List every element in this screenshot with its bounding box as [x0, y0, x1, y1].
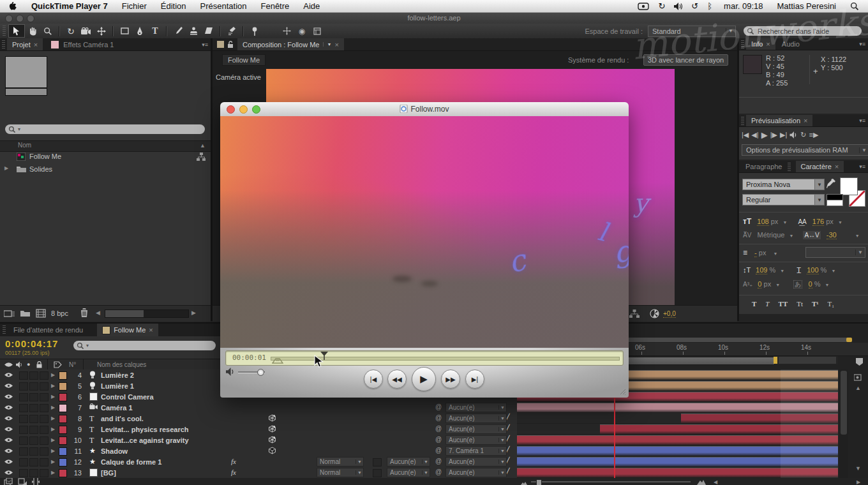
parent-pickwhip-icon[interactable]: @ [435, 403, 442, 410]
horizontal-scale-value[interactable]: 100 [807, 266, 818, 274]
view-axis-mode-icon[interactable] [310, 25, 325, 37]
default-stroke-icon[interactable] [827, 200, 843, 206]
tab-paragraphe[interactable]: Paragraphe [745, 163, 782, 170]
eyedropper-icon[interactable] [827, 179, 835, 188]
brush-tool[interactable] [170, 25, 186, 37]
fill-color-swatch[interactable] [840, 177, 858, 195]
tab-caractere[interactable]: Caractère× [796, 161, 844, 172]
layer-name[interactable]: Levitat...ce against gravity [101, 436, 189, 444]
lock-cell[interactable] [40, 371, 49, 380]
qt-volume-icon[interactable] [226, 368, 235, 376]
parent-pickwhip-icon[interactable]: @ [435, 414, 442, 421]
audio-cell[interactable] [19, 426, 28, 434]
lock-column-header-icon[interactable] [36, 361, 42, 368]
expand-in-out-icon[interactable] [32, 478, 40, 485]
audio-cell[interactable] [19, 458, 28, 466]
3d-layer-switch[interactable] [268, 414, 276, 422]
solo-cell[interactable] [29, 469, 38, 477]
layer-name[interactable]: [BG] [101, 469, 116, 477]
layer-label-swatch[interactable] [59, 404, 67, 412]
stroke-style-dropdown[interactable]: ▼ [805, 247, 865, 258]
tsume-value[interactable]: 0 [809, 280, 812, 288]
lock-cell[interactable] [40, 426, 49, 434]
layer-expand-icon[interactable]: ▶ [51, 448, 55, 454]
project-hscrollbar[interactable] [105, 310, 189, 318]
local-axis-mode-icon[interactable] [279, 25, 294, 37]
3d-layer-switch[interactable] [268, 425, 276, 433]
all-caps-button[interactable]: TT [778, 300, 788, 308]
layer-name[interactable]: Lumière 2 [101, 371, 134, 379]
layer-visibility-eye-icon[interactable] [4, 415, 13, 421]
sync-icon[interactable]: ↻ [658, 1, 665, 11]
qt-forward-button[interactable]: ▶▶ [441, 369, 460, 389]
quicktime-window[interactable]: Follow.mov clgfaita 00:00:01 |◀ ◀◀ ▶ ▶▶ … [220, 102, 629, 398]
subscript-button[interactable]: T₁ [828, 300, 835, 308]
workspace-dropdown[interactable]: Standard▼ [648, 26, 736, 37]
parent-dropdown[interactable]: Aucun(e)▼ [445, 424, 507, 434]
menu-aide[interactable]: Aide [303, 1, 320, 11]
layer-label-swatch[interactable] [59, 393, 67, 401]
pen-tool[interactable] [132, 25, 147, 37]
solo-cell[interactable] [29, 426, 38, 434]
parent-pickwhip-icon[interactable]: @ [435, 468, 442, 475]
layer-expand-icon[interactable]: ▶ [51, 470, 55, 475]
solo-cell[interactable] [29, 458, 38, 466]
unlock-icon[interactable] [227, 41, 234, 48]
zoom-in-mountain-icon[interactable] [697, 478, 706, 485]
parent-pickwhip-icon[interactable]: @ [435, 447, 442, 454]
layer-bar-11[interactable] [517, 446, 838, 456]
pan-behind-tool[interactable] [94, 25, 109, 37]
layer-expand-icon[interactable]: ▶ [51, 459, 55, 465]
track-matte-dropdown[interactable]: Aucun(e)▼ [387, 457, 430, 466]
solo-cell[interactable] [29, 436, 38, 445]
layer-expand-icon[interactable]: ▶ [51, 415, 55, 421]
nav-bar-end-handle[interactable] [846, 338, 852, 342]
audio-cell[interactable] [19, 415, 28, 423]
layer-bar-7[interactable] [517, 403, 838, 413]
tab-projet[interactable]: Projet× [7, 38, 43, 50]
zoom-out-mountain-icon[interactable] [521, 479, 527, 485]
audio-mute-icon[interactable] [789, 131, 798, 138]
lock-cell[interactable] [40, 415, 49, 423]
tab-info[interactable]: Info× [746, 38, 775, 50]
blend-mode-dropdown[interactable]: Normal▼ [317, 468, 364, 477]
layer-name[interactable]: Calque de forme 1 [101, 458, 161, 466]
current-timecode[interactable]: 0:00:04:17 [5, 338, 58, 349]
layer-visibility-eye-icon[interactable] [4, 383, 13, 389]
label-column-header-icon[interactable] [54, 361, 62, 368]
bluetooth-icon[interactable]: ᛒ [707, 1, 712, 11]
scroll-left-icon[interactable]: ◀ [96, 310, 100, 316]
layer-row-7[interactable]: ▶7Caméra 1-*-@Aucun(e)▼ [0, 402, 517, 414]
tab-timeline-follow-me[interactable]: Follow Me× [97, 324, 158, 336]
rotation-tool[interactable]: ↻ [63, 25, 79, 37]
layer-expand-icon[interactable]: ▶ [51, 426, 55, 432]
font-family-dropdown[interactable]: Proxima Nova▼ [742, 179, 825, 190]
font-size-value[interactable]: 108 [757, 218, 768, 226]
parent-dropdown[interactable]: Aucun(e)▼ [445, 414, 507, 423]
solo-cell[interactable] [29, 447, 38, 456]
tab-audio[interactable]: Audio [782, 40, 800, 48]
tab-effets-camera[interactable]: Effets Caméra 1 [63, 41, 114, 48]
parent-pickwhip-icon[interactable]: @ [435, 425, 442, 432]
leading-value[interactable]: 176 [812, 218, 824, 226]
tab-previsualisation[interactable]: Prévisualisation× [746, 115, 812, 126]
kerning-value[interactable]: Métrique [758, 231, 785, 239]
lock-cell[interactable] [40, 393, 49, 401]
baseline-shift-value[interactable]: 0 [758, 280, 761, 288]
tracking-value[interactable]: -30 [827, 231, 837, 239]
audio-cell[interactable] [19, 404, 28, 412]
font-style-dropdown[interactable]: Regular▼ [742, 194, 825, 205]
project-panel-menu-icon[interactable]: ▾≡ [202, 41, 208, 48]
timeline-vscrollbar[interactable] [839, 369, 848, 478]
layer-expand-icon[interactable]: ▶ [51, 405, 55, 410]
zoom-slider-thumb[interactable] [536, 479, 542, 485]
qt-timeline-strip[interactable]: 00:00:01 [225, 350, 624, 366]
hand-tool[interactable] [25, 25, 40, 37]
solo-cell[interactable] [29, 415, 38, 423]
small-caps-button[interactable]: Tt [797, 300, 803, 308]
layer-bar-9[interactable] [600, 424, 838, 435]
qt-rewind-button[interactable]: ◀◀ [387, 369, 407, 389]
project-item-follow-me[interactable]: Follow Me [0, 151, 211, 163]
layer-name[interactable]: Lumière 1 [101, 382, 134, 390]
trash-icon[interactable] [80, 308, 88, 318]
